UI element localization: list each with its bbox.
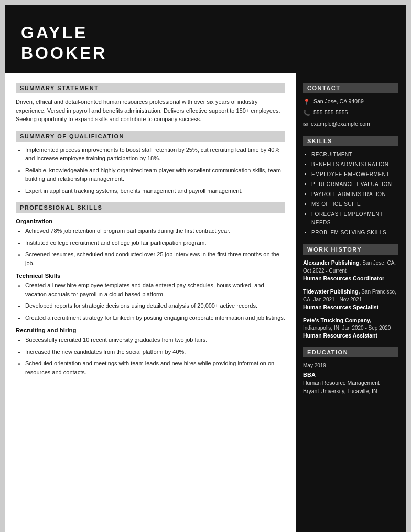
edu-field: Human Resource Management: [303, 379, 398, 387]
email-icon: ✉: [303, 121, 308, 128]
skills-header: SKILLS: [303, 136, 398, 146]
list-item: MS OFFICE SUITE: [311, 200, 398, 209]
list-item: PERFORMANCE EVALUATION: [311, 180, 398, 189]
list-item: Screened resumes, scheduled and conducte…: [25, 250, 285, 267]
left-column: SUMMARY STATEMENT Driven, ethical and de…: [5, 73, 296, 532]
list-item: EMPLOYEE EMPOWERMENT: [311, 170, 398, 179]
work-item: Pete's Trucking Company, Indianapolis, I…: [303, 317, 398, 340]
summary-header: SUMMARY STATEMENT: [16, 83, 285, 93]
edu-school: Bryant University, Lucaville, IN: [303, 387, 398, 396]
company-name: Alexander Publishing,: [303, 259, 361, 266]
education-item: May 2019 BBA Human Resource Management B…: [303, 362, 398, 396]
work-item: Tidewater Publishing, San Francisco, CA,…: [303, 288, 398, 311]
list-item: Reliable, knowledgeable and highly organ…: [25, 166, 285, 183]
list-item: PAYROLL ADMINISTRATION: [311, 190, 398, 199]
work-dates: Indianapolis, IN, Jan 2020 - Sep 2020: [303, 325, 391, 331]
name-line2: BOOKER: [21, 44, 107, 62]
list-item: BENEFITS ADMINISTRATION: [311, 160, 398, 169]
summary-text: Driven, ethical and detail-oriented huma…: [16, 97, 285, 124]
edu-date: May 2019: [303, 362, 398, 370]
list-item: Successfully recruited 10 recent univers…: [25, 335, 285, 344]
company-name: Tidewater Publishing,: [303, 288, 360, 295]
edu-degree: BBA: [303, 371, 398, 379]
list-item: Implemented process improvements to boos…: [25, 146, 285, 163]
recruiting-list: Successfully recruited 10 recent univers…: [16, 335, 285, 376]
tech-category: Technical Skills: [16, 273, 285, 279]
tech-list: Created all new hire employee templates …: [16, 281, 285, 322]
work-history-header: WORK HISTORY: [303, 244, 398, 255]
professional-skills-header: PROFESSIONAL SKILLS: [16, 202, 285, 213]
resume-document: GAYLE BOOKER SUMMARY STATEMENT Driven, e…: [5, 5, 406, 532]
skills-list: RECRUITMENT BENEFITS ADMINISTRATION EMPL…: [303, 150, 398, 237]
header-section: GAYLE BOOKER: [5, 5, 406, 73]
contact-phone: 📞 555-555-5555: [303, 108, 398, 117]
org-category: Organization: [16, 218, 285, 224]
name-line1: GAYLE: [21, 23, 88, 42]
recruiting-category: Recruiting and hiring: [16, 327, 285, 333]
education-header: EDUCATION: [303, 347, 398, 357]
right-column: CONTACT 📍 San Jose, CA 94089 📞 555-555-5…: [296, 73, 406, 532]
list-item: Instituted college recruitment and colle…: [25, 238, 285, 247]
qualification-header: SUMMARY OF QUALIFICATION: [16, 131, 285, 142]
phone-icon: 📞: [303, 109, 310, 117]
list-item: Scheduled orientation and meetings with …: [25, 359, 285, 376]
job-title: Human Resources Assistant: [303, 332, 377, 339]
main-content: SUMMARY STATEMENT Driven, ethical and de…: [5, 73, 406, 532]
list-item: RECRUITMENT: [311, 150, 398, 159]
list-item: Expert in applicant tracking systems, be…: [25, 187, 285, 196]
contact-email: ✉ example@example.com: [303, 120, 398, 128]
list-item: PROBLEM SOLVING SKILLS: [311, 229, 398, 237]
list-item: FORECAST EMPLOYMENT NEEDS: [311, 210, 398, 227]
org-list: Achieved 78% job retention of program pa…: [16, 226, 285, 267]
contact-header: CONTACT: [303, 83, 398, 93]
company-name: Pete's Trucking Company,: [303, 317, 371, 323]
job-title: Human Resources Specialist: [303, 304, 378, 310]
candidate-name: GAYLE BOOKER: [21, 23, 107, 63]
list-item: Increased the new candidates from the so…: [25, 348, 285, 356]
list-item: Created a recruitment strategy for Linke…: [25, 313, 285, 322]
job-title: Human Resources Coordinator: [303, 275, 384, 281]
list-item: Created all new hire employee templates …: [25, 281, 285, 298]
qualification-list: Implemented process improvements to boos…: [16, 146, 285, 196]
list-item: Developed reports for strategic decision…: [25, 301, 285, 310]
list-item: Achieved 78% job retention of program pa…: [25, 226, 285, 235]
location-icon: 📍: [303, 98, 310, 106]
contact-address: 📍 San Jose, CA 94089: [303, 97, 398, 106]
work-item: Alexander Publishing, San Jose, CA, Oct …: [303, 259, 398, 283]
